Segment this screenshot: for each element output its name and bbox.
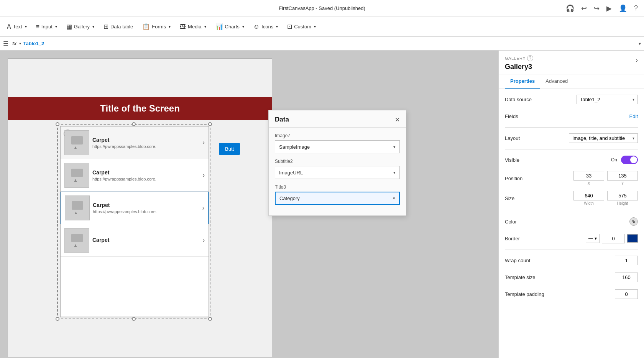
gallery-item-info-0: Carpet https://pwrappssamples.blob.core. [89, 137, 203, 149]
app-title-banner: Title of the Screen [8, 97, 272, 120]
help-icon[interactable]: ? [634, 4, 638, 12]
prop-wrapcount-input[interactable] [615, 256, 638, 265]
prop-templatepadding-label: Template padding [505, 291, 551, 297]
data-panel-title: Data [275, 116, 289, 123]
prop-position-label: Position [505, 176, 551, 181]
gallery-chevron: ▾ [92, 25, 94, 29]
prop-visible-control: On [611, 156, 638, 164]
right-panel-expand-button[interactable]: › [636, 57, 638, 64]
prop-layout-row: Layout Image, title, and subtitle ▾ [505, 132, 638, 144]
prop-size-width[interactable] [573, 191, 604, 200]
gallery-item-1[interactable]: Carpet https://pwrappssamples.blob.core.… [61, 159, 209, 192]
hamburger-icon[interactable]: ☰ [3, 40, 8, 47]
prop-layout-dropdown[interactable]: Image, title, and subtitle ▾ [569, 133, 638, 143]
toggle-switch[interactable] [621, 156, 638, 164]
custom-chevron: ▾ [314, 25, 316, 29]
prop-datasource-label: Data source [505, 97, 551, 102]
icons-chevron: ▾ [276, 25, 278, 29]
gallery-item-title-3: Carpet [92, 237, 200, 243]
charts-icon: 📊 [215, 23, 223, 30]
gallery-image-3 [64, 228, 89, 253]
fx-label: fx [12, 41, 17, 46]
prop-border-style[interactable]: — ▾ [586, 234, 600, 243]
datatable-icon: ⊞ [104, 23, 108, 30]
prop-position-x[interactable] [573, 171, 604, 181]
data-field-label-title3: Title3 [275, 184, 400, 190]
charts-chevron: ▾ [242, 25, 244, 29]
custom-button[interactable]: ⊡ Custom ▾ [283, 21, 320, 33]
prop-layout-label: Layout [505, 135, 551, 141]
text-button[interactable]: A Text ▾ [3, 21, 31, 33]
datatable-button[interactable]: ⊞ Data table [100, 21, 137, 33]
text-icon: A [7, 23, 11, 30]
gallery-item-chevron-1: › [203, 172, 205, 179]
handle-bm[interactable] [132, 317, 136, 321]
divider-4 [505, 250, 638, 250]
prop-size-height[interactable] [607, 191, 638, 200]
input-button[interactable]: ≡ Input ▾ [32, 21, 61, 33]
prop-templatepadding-input[interactable] [615, 289, 638, 299]
prop-visible-label: Visible [505, 157, 551, 163]
media-button[interactable]: 🖼 Media ▾ [176, 21, 210, 33]
forms-chevron: ▾ [169, 25, 171, 29]
forms-button[interactable]: 📋 Forms ▾ [138, 21, 174, 33]
prop-border-width[interactable] [602, 234, 625, 243]
data-field-dropdown-subtitle2[interactable]: ImageURL ▾ [275, 166, 400, 179]
icons-icon: ☺ [253, 23, 260, 30]
data-field-dropdown-image7[interactable]: SampleImage ▾ [275, 140, 400, 153]
prop-datasource-dropdown[interactable]: Table1_2 ▾ [577, 95, 638, 104]
gallery-item-3[interactable]: Carpet › [61, 224, 209, 257]
toolbar: A Text ▾ ≡ Input ▾ ▦ Gallery ▾ ⊞ Data ta… [0, 17, 644, 37]
prop-position-y[interactable] [607, 171, 638, 181]
prop-fields-edit[interactable]: Edit [629, 113, 638, 119]
data-field-value-subtitle2: ImageURL [279, 170, 303, 176]
prop-wrapcount-row: Wrap count [505, 255, 638, 266]
gallery-item-0[interactable]: ✎ Carpet https://pwrappssamples.blob.cor… [61, 126, 209, 159]
right-panel: GALLERY ? Gallery3 › Properties Advanced… [498, 51, 644, 358]
redo-icon[interactable]: ↪ [594, 4, 600, 13]
divider-3 [505, 211, 638, 211]
prop-templatesize-label: Template size [505, 274, 551, 280]
data-field-label-subtitle2: Subtitle2 [275, 159, 400, 164]
prop-border-controls: — ▾ [586, 234, 638, 243]
charts-label: Charts [225, 24, 240, 30]
gallery-button[interactable]: ▦ Gallery ▾ [62, 21, 98, 33]
props-body: Data source Table1_2 ▾ Fields Edit Layou… [499, 89, 644, 310]
forms-label: Forms [152, 24, 166, 30]
data-field-label-image7: Image7 [275, 133, 400, 138]
handle-tl[interactable] [56, 122, 59, 126]
data-field-dropdown-title3[interactable]: Category ▾ [275, 192, 400, 205]
icons-button[interactable]: ☺ Icons ▾ [250, 21, 282, 33]
prop-templatesize-row: Template size [505, 271, 638, 283]
handle-br[interactable] [208, 317, 212, 321]
handle-bl[interactable] [56, 317, 59, 321]
play-icon[interactable]: ▶ [606, 4, 612, 13]
screen-title: Title of the Screen [100, 103, 180, 114]
input-chevron: ▾ [55, 25, 57, 29]
canvas-area[interactable]: Title of the Screen ✎ Carpet [0, 51, 498, 358]
tab-properties[interactable]: Properties [505, 74, 540, 89]
gallery-item-2[interactable]: Carpet https://pwrappssamples.blob.core.… [61, 192, 209, 224]
charts-button[interactable]: 📊 Charts ▾ [212, 21, 248, 33]
prop-templatesize-input[interactable] [615, 273, 638, 282]
formula-expand[interactable]: ▾ [639, 41, 641, 46]
gallery-item-chevron-3: › [203, 237, 205, 244]
account-icon[interactable]: 👤 [619, 4, 627, 13]
tab-advanced[interactable]: Advanced [540, 74, 573, 89]
data-field-subtitle2: Subtitle2 ImageURL ▾ [275, 159, 400, 179]
blue-button[interactable]: Butt [219, 143, 240, 155]
right-panel-header: GALLERY ? Gallery3 › [499, 51, 644, 74]
info-icon: ? [527, 55, 533, 61]
data-field-arrow-title3: ▾ [393, 196, 395, 201]
media-chevron: ▾ [204, 25, 206, 29]
formula-input[interactable] [23, 41, 636, 46]
prop-border-color[interactable] [627, 234, 638, 243]
gallery-image-0 [64, 130, 89, 155]
icons-label: Icons [261, 24, 273, 30]
prop-position-x-group: X [573, 171, 604, 186]
gallery-container[interactable]: ✎ Carpet https://pwrappssamples.blob.cor… [60, 126, 209, 317]
prop-color-swatch[interactable]: ↻ [629, 217, 638, 226]
headset-icon[interactable]: 🎧 [566, 4, 574, 13]
undo-icon[interactable]: ↩ [581, 4, 587, 13]
data-panel-close-button[interactable]: ✕ [395, 116, 400, 123]
